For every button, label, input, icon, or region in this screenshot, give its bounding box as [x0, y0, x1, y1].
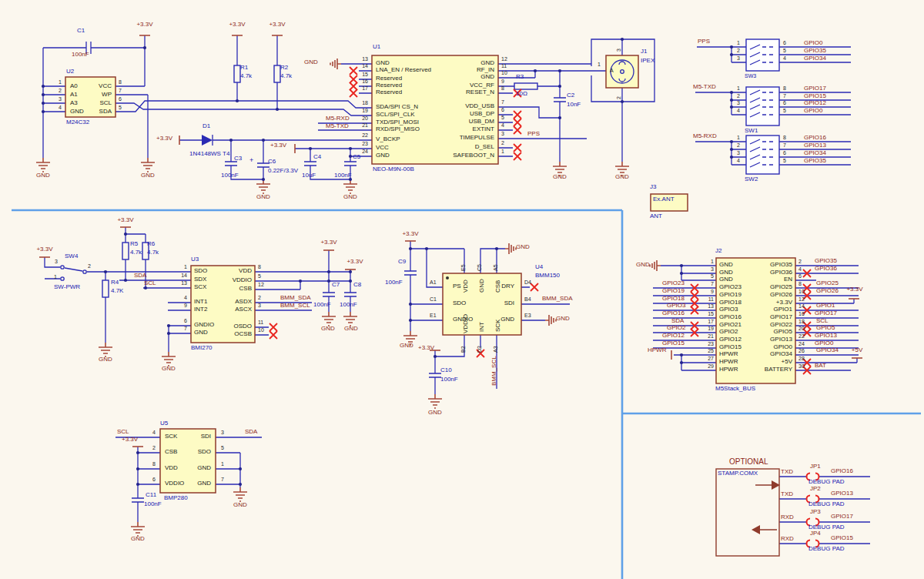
label-3: 3	[737, 55, 740, 61]
label-26: 26	[798, 348, 805, 353]
label-1: 1	[501, 149, 504, 154]
label-r1: R1	[240, 65, 248, 71]
label-u1: U1	[373, 44, 380, 50]
schematic-canvas: C1100nF+3.3VU2M24C32A0A1A3GNDVCCWPSCLSDA…	[0, 0, 924, 579]
label-gpio17: GPIO17	[831, 514, 853, 520]
label-jp1: JP1	[810, 464, 821, 470]
label-1: 1	[737, 40, 740, 45]
label-14: 14	[362, 63, 368, 69]
label-100nf: 100nF	[313, 302, 331, 308]
label-1n4148ws-t4: 1N4148WS T4	[189, 151, 229, 157]
label-vdd: VDD	[239, 268, 252, 274]
label-c11: C11	[146, 492, 156, 498]
label-sck: SCK	[495, 320, 501, 332]
label-reset-n: RESET_N	[466, 89, 494, 95]
label-gpio25: GPIO25	[816, 280, 839, 286]
label-u3: U3	[191, 256, 199, 263]
label-txd: TXD	[781, 491, 793, 497]
label-gnd: GND	[131, 536, 145, 542]
label-+3-3v: +3.3V	[269, 22, 285, 28]
label-7: 7	[119, 88, 122, 93]
label-2: 2	[798, 259, 802, 264]
label-28: 28	[798, 356, 805, 361]
label-gnd: GND	[479, 279, 485, 293]
label-8: 8	[783, 135, 786, 140]
label-hpwr: HPWR	[719, 366, 738, 373]
label-vcc: VCC	[376, 145, 389, 151]
label-+3-3v: +3.3V	[156, 136, 172, 142]
label-bmm150: BMM150	[535, 273, 560, 279]
label-reserved: Reserved	[376, 82, 402, 89]
label-sdi: SDI	[201, 433, 211, 440]
label-6: 6	[783, 150, 786, 156]
label-29: 29	[708, 363, 714, 369]
label-18: 18	[362, 100, 368, 105]
label-10-: 10Ω	[516, 91, 527, 97]
label-m5-rxd: M5-RXD	[693, 133, 717, 139]
label-1: 1	[59, 79, 62, 85]
label-m5-txd: M5-TXD	[326, 123, 349, 129]
label-gpio35: GPIO35	[770, 262, 792, 268]
label-a3: A3	[70, 100, 78, 106]
label-gndio: GNDIO	[194, 322, 214, 328]
label-wp: WP	[102, 92, 112, 98]
label-gnd: GND	[615, 174, 629, 180]
label-8: 8	[798, 281, 802, 286]
label-9: 9	[184, 303, 187, 308]
label-25: 25	[708, 348, 714, 353]
label-4: 4	[798, 266, 802, 272]
label-bmm-scl: BMM_SCL	[491, 356, 497, 386]
label-7: 7	[501, 99, 504, 105]
label-13: 13	[362, 56, 368, 62]
label-j3: J3	[650, 184, 656, 190]
label-gnd: GND	[194, 330, 208, 336]
label-21: 21	[362, 122, 368, 128]
label-13: 13	[708, 303, 714, 309]
label-gnd: GND	[556, 316, 570, 322]
label-gpio0: GPIO0	[804, 108, 822, 114]
label-sw3: SW3	[745, 73, 756, 79]
label-csb: CSB	[239, 286, 252, 292]
label-bmp280: BMP280	[164, 495, 188, 501]
label-2: 2	[737, 48, 740, 53]
label-rxd: RXD	[781, 536, 794, 542]
label-+3-3v: +3.3V	[136, 22, 152, 28]
label-gpio23: GPIO23	[662, 280, 685, 286]
label-hpwr: HPWR	[719, 351, 738, 357]
label-ascx: ASCX	[235, 306, 252, 313]
label-sda: SDA	[99, 109, 112, 115]
label-e5: E5	[460, 264, 466, 271]
label-int2: INT2	[194, 306, 207, 313]
label-27: 27	[708, 356, 714, 361]
label-sw2: SW2	[745, 176, 758, 182]
label-int1: INT1	[194, 299, 207, 305]
label-21: 21	[708, 333, 714, 339]
label-gnd: GND	[197, 480, 211, 487]
label-4-7k: 4.7k	[240, 73, 252, 79]
label-gpio17: GPIO17	[815, 310, 837, 316]
label-+5v: +5V	[782, 359, 792, 365]
label-bmm-sda: BMM_SDA	[280, 295, 311, 301]
label-gnd: GND	[480, 60, 494, 66]
label-osdo: OSDO	[233, 323, 252, 330]
label-txd: TXD	[781, 469, 793, 475]
label-4: 4	[152, 430, 156, 435]
label-1: 1	[54, 274, 57, 279]
label-6: 6	[783, 100, 786, 105]
label-+3-3v: +3.3V	[270, 142, 286, 149]
label-u2: U2	[66, 69, 74, 75]
label-r4: R4	[111, 279, 119, 286]
label-12: 12	[798, 296, 805, 302]
label-ant: ANT	[650, 213, 662, 219]
label-sda-spi-cs-n: SDA/SPI CS_N	[376, 104, 418, 110]
label-3: 3	[221, 430, 224, 435]
label-u4: U4	[535, 264, 543, 270]
label-gpio16: GPIO16	[831, 468, 853, 474]
label-csb: CSB	[495, 280, 501, 293]
label-gpio5: GPIO5	[816, 325, 835, 331]
label-gpio16: GPIO16	[662, 310, 685, 316]
label-6: 6	[152, 477, 156, 482]
label-a1: A1	[430, 279, 437, 285]
label-int: INT	[479, 322, 485, 332]
label-gpio36: GPIO36	[815, 266, 837, 272]
